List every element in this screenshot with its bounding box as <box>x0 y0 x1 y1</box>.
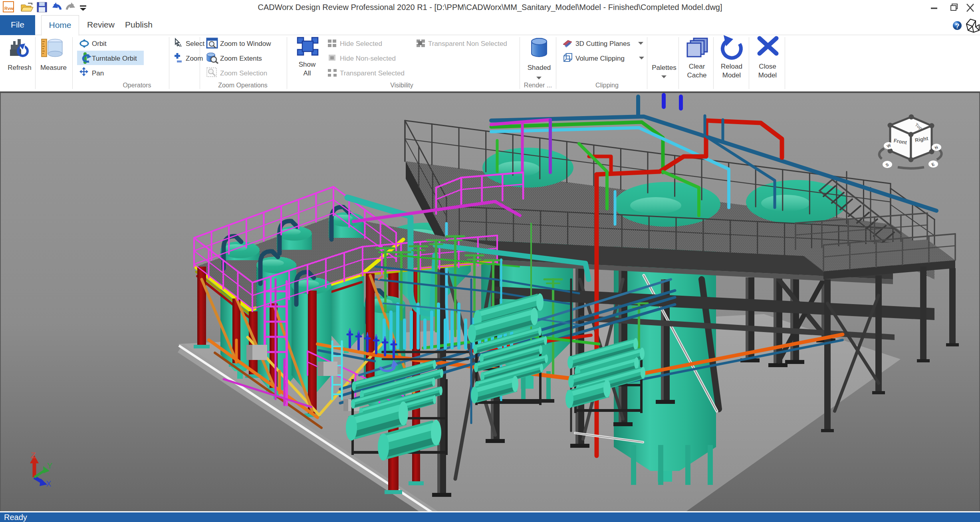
svg-text:X: X <box>46 479 51 488</box>
svg-text:Rvw: Rvw <box>4 6 14 11</box>
svg-text:Y: Y <box>47 461 52 470</box>
svg-text:Z: Z <box>31 451 36 460</box>
svg-text:?: ? <box>955 22 959 30</box>
